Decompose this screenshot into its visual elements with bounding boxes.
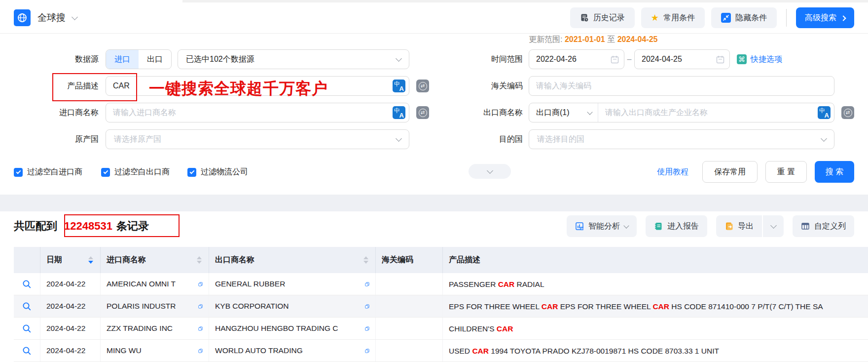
- table-row[interactable]: 2024-04-22 AMERICAN OMNI T GENERAL RUBBE…: [14, 273, 868, 295]
- row-description: EPS FOR THREE WHEEL CAR EPS FOR THREE WH…: [449, 295, 823, 317]
- chevron-down-icon[interactable]: [72, 14, 78, 20]
- update-range-separator: 至: [607, 35, 615, 43]
- data-source-selected-text: 已选中102个数据源: [178, 54, 254, 65]
- enter-report-button[interactable]: 进入报告: [646, 215, 707, 237]
- synonym-toggle-icon[interactable]: ⇄: [416, 80, 429, 92]
- date-range-separator: –: [624, 49, 634, 69]
- row-importer-cell: ZZX TRADING INC: [101, 318, 209, 339]
- translate-icon[interactable]: 中A: [393, 80, 405, 92]
- advanced-search-button[interactable]: 高级搜索: [796, 7, 854, 28]
- destination-country-select[interactable]: 请选择目的国: [529, 129, 834, 149]
- copy-icon[interactable]: [194, 324, 203, 333]
- hs-code-input[interactable]: [529, 77, 834, 95]
- row-date: 2024-04-22: [40, 273, 101, 295]
- report-icon: [654, 222, 663, 231]
- sort-control-exporter[interactable]: [363, 256, 370, 264]
- smart-analysis-label: 智能分析: [588, 221, 620, 232]
- exporter-name-field: 出口商(1) 中A: [529, 103, 834, 122]
- favorites-button[interactable]: ★ 常用条件: [641, 7, 705, 28]
- svg-text:BI: BI: [581, 228, 583, 230]
- row-detail-cell[interactable]: [14, 340, 40, 362]
- row-importer-cell: AMERICAN OMNI T: [101, 273, 209, 295]
- table-row[interactable]: 2024-04-22 ZZX TRADING INC HANGZHOU HENG…: [14, 318, 868, 340]
- filter-logistics-checkbox[interactable]: 过滤物流公司: [187, 167, 248, 177]
- row-importer-name: AMERICAN OMNI T: [107, 280, 176, 288]
- results-summary: 共匹配到12248531条记录: [14, 219, 149, 234]
- origin-country-label: 原产国: [14, 129, 99, 149]
- reset-button[interactable]: 重 置: [765, 161, 807, 183]
- copy-icon[interactable]: [194, 347, 203, 355]
- row-exporter-name: GENERAL RUBBER: [215, 280, 285, 288]
- row-exporter-cell: KYB CORPORATION: [209, 295, 376, 317]
- export-more-button[interactable]: [763, 215, 784, 237]
- date-start-value: 2022-04-26: [529, 55, 577, 64]
- globe-icon: [17, 12, 28, 23]
- save-favorite-button[interactable]: 保存常用: [702, 161, 758, 183]
- importer-name-input[interactable]: [106, 103, 393, 122]
- destination-country-placeholder: 请选择目的国: [529, 134, 584, 145]
- sort-control-importer[interactable]: [197, 256, 204, 264]
- row-hscode: [376, 273, 443, 295]
- history-button[interactable]: 历史记录: [570, 7, 635, 28]
- export-button[interactable]: 导出: [716, 215, 762, 237]
- synonym-toggle-icon[interactable]: ⇄: [416, 106, 429, 119]
- shortcut-options-link[interactable]: ⌘ 快捷选项: [737, 49, 782, 69]
- tab-import[interactable]: 进口: [106, 50, 139, 69]
- row-hscode: [376, 340, 443, 362]
- copy-icon[interactable]: [361, 347, 369, 355]
- row-description: CHILDREN'S CAR: [449, 318, 513, 339]
- row-exporter-name: HANGZHOU HENGBO TRADING C: [215, 324, 338, 333]
- synonym-toggle-icon[interactable]: ⇄: [841, 106, 854, 119]
- bi-analysis-icon: BI: [575, 222, 584, 231]
- exporter-name-input[interactable]: [598, 103, 818, 122]
- translate-icon[interactable]: 中A: [818, 106, 831, 119]
- row-detail-cell[interactable]: [14, 273, 40, 295]
- custom-columns-button[interactable]: 自定义列: [793, 215, 854, 237]
- copy-icon[interactable]: [361, 280, 369, 288]
- hide-conditions-button[interactable]: 隐藏条件: [711, 7, 777, 28]
- tab-export[interactable]: 出口: [139, 50, 171, 69]
- row-detail-cell[interactable]: [14, 295, 40, 317]
- tutorial-link[interactable]: 使用教程: [657, 161, 688, 183]
- filter-blank-exporter-checkbox[interactable]: 过滤空白出口商: [101, 167, 170, 177]
- filter-blank-importer-checkbox[interactable]: 过滤空白进口商: [14, 167, 82, 177]
- table-row[interactable]: 2024-04-22 MING WU WORLD AUTO TRADING US…: [14, 340, 868, 362]
- origin-country-select[interactable]: 请选择原产国: [106, 129, 409, 149]
- copy-icon[interactable]: [361, 302, 369, 311]
- copy-icon[interactable]: [194, 280, 203, 288]
- calendar-icon: [716, 55, 724, 64]
- header-importer-label: 进口商名称: [107, 255, 146, 265]
- row-exporter-cell: WORLD AUTO TRADING: [209, 340, 376, 362]
- command-icon: ⌘: [737, 54, 747, 64]
- product-desc-input[interactable]: [106, 77, 393, 95]
- table-row[interactable]: 2024-04-22 POLARIS INDUSTR KYB CORPORATI…: [14, 295, 868, 318]
- search-button[interactable]: 搜 索: [815, 161, 854, 183]
- row-detail-cell[interactable]: [14, 318, 40, 339]
- global-search-page: 全球搜 历史记录 ★ 常用条件: [0, 0, 868, 362]
- chevron-down-icon: [821, 135, 827, 142]
- product-desc-label: 产品描述: [14, 76, 99, 96]
- hs-code-field: [529, 76, 834, 96]
- copy-icon[interactable]: [194, 302, 203, 311]
- date-start-input[interactable]: 2022-04-26: [529, 49, 624, 69]
- exporter-name-label: 出口商名称: [434, 103, 523, 122]
- export-split-button: 导出: [716, 215, 784, 237]
- data-source-select[interactable]: 已选中102个数据源: [178, 49, 409, 69]
- exporter-type-value: 出口商(1): [529, 108, 570, 118]
- chevron-down-icon: [770, 222, 777, 229]
- smart-analysis-button[interactable]: BI 智能分析: [567, 215, 637, 237]
- exporter-type-select[interactable]: 出口商(1): [529, 103, 598, 122]
- chevron-down-icon: [396, 135, 402, 142]
- copy-icon[interactable]: [361, 324, 369, 333]
- app-logo: [14, 9, 31, 26]
- header-description: 产品描述: [443, 247, 868, 273]
- expand-more-conditions-button[interactable]: [469, 164, 511, 179]
- sort-control-date[interactable]: [88, 256, 95, 264]
- translate-icon[interactable]: 中A: [393, 106, 405, 119]
- row-importer-cell: MING WU: [101, 340, 209, 362]
- date-end-input[interactable]: 2024-04-25: [634, 49, 730, 69]
- update-range-start: 2021-01-01: [565, 35, 605, 43]
- advanced-search-label: 高级搜索: [805, 13, 836, 23]
- row-description-cell: CHILDREN'S CAR: [443, 318, 868, 339]
- shortcut-options-label: 快捷选项: [751, 54, 782, 65]
